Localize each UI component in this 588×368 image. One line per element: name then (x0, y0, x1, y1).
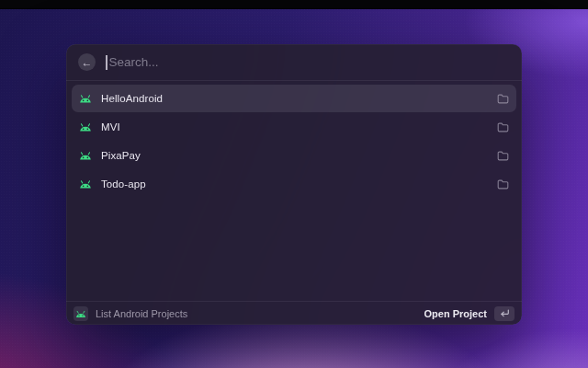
desktop: ← HelloAndroid (0, 0, 588, 368)
project-title: PixaPay (101, 150, 141, 161)
android-icon (79, 151, 92, 161)
folder-icon (497, 94, 509, 104)
project-row[interactable]: PixaPay (72, 142, 516, 169)
project-row[interactable]: Todo-app (72, 170, 516, 198)
project-title: MVI (101, 121, 120, 132)
return-key-icon (494, 306, 514, 321)
footer-bar: List Android Projects Open Project (66, 301, 522, 325)
android-icon (79, 94, 92, 104)
folder-icon (497, 151, 509, 161)
folder-icon (497, 122, 509, 132)
back-arrow-icon: ← (82, 57, 93, 68)
android-icon (79, 179, 92, 190)
primary-action-label: Open Project (424, 308, 487, 319)
primary-action[interactable]: Open Project (424, 306, 514, 321)
project-title: HelloAndroid (101, 93, 163, 104)
extension-badge (74, 306, 88, 321)
search-bar: ← (66, 44, 522, 81)
folder-icon (497, 179, 509, 190)
launcher-window: ← HelloAndroid (66, 44, 522, 325)
project-row[interactable]: MVI (72, 113, 516, 141)
project-row[interactable]: HelloAndroid (72, 85, 516, 112)
project-list: HelloAndroid MVI (66, 81, 522, 301)
extension-label: List Android Projects (96, 308, 187, 319)
android-icon (79, 122, 92, 132)
android-icon (75, 305, 86, 322)
search-input[interactable] (109, 55, 511, 69)
project-title: Todo-app (101, 178, 146, 190)
back-button[interactable]: ← (78, 53, 96, 71)
menu-bar (0, 0, 588, 9)
text-cursor (106, 55, 107, 70)
